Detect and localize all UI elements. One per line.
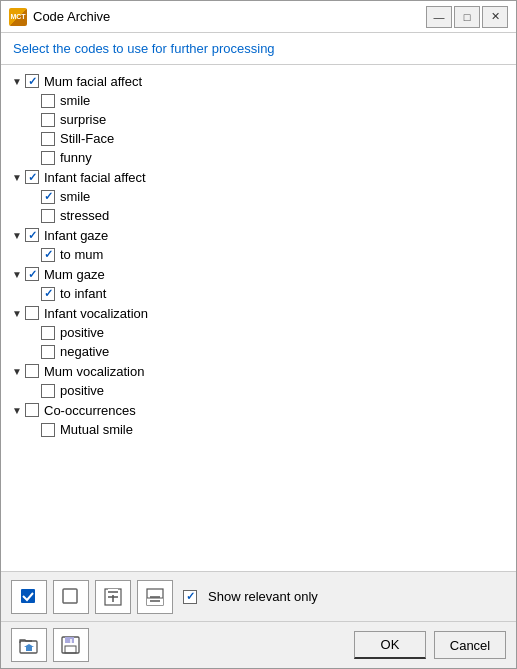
- label-to-infant: to infant: [60, 286, 106, 301]
- tree-group-co-occurrences[interactable]: ▼ Co-occurrences: [9, 400, 516, 420]
- check-all-button[interactable]: [11, 580, 47, 614]
- checkbox-surprise[interactable]: [41, 113, 55, 127]
- label-stressed: stressed: [60, 208, 109, 223]
- check-all-icon: [20, 588, 38, 606]
- code-archive-window: MCT Code Archive — □ ✕ Select the codes …: [0, 0, 517, 669]
- tree-group-infant-gaze[interactable]: ▼ Infant gaze: [9, 225, 516, 245]
- tree-item-surprise[interactable]: surprise: [41, 110, 516, 129]
- checkbox-funny[interactable]: [41, 151, 55, 165]
- tree-item-to-mum[interactable]: to mum: [41, 245, 516, 264]
- label-mum-gaze: Mum gaze: [44, 267, 105, 282]
- label-infant-facial-affect: Infant facial affect: [44, 170, 146, 185]
- checkbox-to-mum[interactable]: [41, 248, 55, 262]
- checkbox-still-face[interactable]: [41, 132, 55, 146]
- checkbox-positive-2[interactable]: [41, 384, 55, 398]
- label-smile-1: smile: [60, 93, 90, 108]
- label-positive-2: positive: [60, 383, 104, 398]
- collapse-all-button[interactable]: [137, 580, 173, 614]
- label-to-mum: to mum: [60, 247, 103, 262]
- tree-item-still-face[interactable]: Still-Face: [41, 129, 516, 148]
- checkbox-to-infant[interactable]: [41, 287, 55, 301]
- label-surprise: surprise: [60, 112, 106, 127]
- checkbox-smile-1[interactable]: [41, 94, 55, 108]
- save-button[interactable]: [53, 628, 89, 662]
- svg-rect-1: [63, 589, 77, 603]
- window-controls: — □ ✕: [426, 6, 508, 28]
- label-mum-vocalization: Mum vocalization: [44, 364, 144, 379]
- label-mum-facial-affect: Mum facial affect: [44, 74, 142, 89]
- tree-item-smile-1[interactable]: smile: [41, 91, 516, 110]
- checkbox-negative[interactable]: [41, 345, 55, 359]
- tree-item-stressed[interactable]: stressed: [41, 206, 516, 225]
- title-bar: MCT Code Archive — □ ✕: [1, 1, 516, 33]
- label-infant-vocalization: Infant vocalization: [44, 306, 148, 321]
- footer-bar: OK Cancel: [1, 622, 516, 668]
- show-relevant-container: Show relevant only: [183, 589, 318, 604]
- expand-all-button[interactable]: [95, 580, 131, 614]
- collapse-mum-vocalization[interactable]: ▼: [9, 363, 25, 379]
- tree-group-mum-facial-affect[interactable]: ▼ Mum facial affect: [9, 71, 516, 91]
- collapse-mum-facial-affect[interactable]: ▼: [9, 73, 25, 89]
- cancel-button[interactable]: Cancel: [434, 631, 506, 659]
- uncheck-all-icon: [62, 588, 80, 606]
- checkbox-mum-facial-affect[interactable]: [25, 74, 39, 88]
- open-button[interactable]: [11, 628, 47, 662]
- bottom-toolbar: Show relevant only: [1, 572, 516, 622]
- label-funny: funny: [60, 150, 92, 165]
- open-icon: [19, 636, 39, 654]
- tree-item-funny[interactable]: funny: [41, 148, 516, 167]
- checkbox-infant-facial-affect[interactable]: [25, 170, 39, 184]
- save-icon: [61, 636, 81, 654]
- ok-button[interactable]: OK: [354, 631, 426, 659]
- checkbox-mum-vocalization[interactable]: [25, 364, 39, 378]
- checkbox-infant-vocalization[interactable]: [25, 306, 39, 320]
- tree-item-to-infant[interactable]: to infant: [41, 284, 516, 303]
- collapse-infant-vocalization[interactable]: ▼: [9, 305, 25, 321]
- checkbox-smile-2[interactable]: [41, 190, 55, 204]
- tree-group-infant-vocalization[interactable]: ▼ Infant vocalization: [9, 303, 516, 323]
- label-positive-1: positive: [60, 325, 104, 340]
- uncheck-all-button[interactable]: [53, 580, 89, 614]
- checkbox-positive-1[interactable]: [41, 326, 55, 340]
- collapse-mum-gaze[interactable]: ▼: [9, 266, 25, 282]
- tree-item-positive-1[interactable]: positive: [41, 323, 516, 342]
- tree-item-positive-2[interactable]: positive: [41, 381, 516, 400]
- svg-rect-15: [65, 637, 74, 643]
- app-icon: MCT: [9, 8, 27, 26]
- maximize-button[interactable]: □: [454, 6, 480, 28]
- tree-group-mum-gaze[interactable]: ▼ Mum gaze: [9, 264, 516, 284]
- label-smile-2: smile: [60, 189, 90, 204]
- collapse-infant-facial-affect[interactable]: ▼: [9, 169, 25, 185]
- code-tree: ▼ Mum facial affect smile surprise Still…: [1, 65, 516, 572]
- checkbox-mutual-smile[interactable]: [41, 423, 55, 437]
- close-button[interactable]: ✕: [482, 6, 508, 28]
- collapse-infant-gaze[interactable]: ▼: [9, 227, 25, 243]
- window-title: Code Archive: [33, 9, 426, 24]
- tree-group-infant-facial-affect[interactable]: ▼ Infant facial affect: [9, 167, 516, 187]
- checkbox-co-occurrences[interactable]: [25, 403, 39, 417]
- collapse-icon: [146, 588, 164, 606]
- svg-rect-13: [26, 647, 32, 651]
- tree-item-smile-2[interactable]: smile: [41, 187, 516, 206]
- footer-left-buttons: [11, 628, 89, 662]
- checkbox-mum-gaze[interactable]: [25, 267, 39, 281]
- label-still-face: Still-Face: [60, 131, 114, 146]
- minimize-button[interactable]: —: [426, 6, 452, 28]
- footer-right-buttons: OK Cancel: [354, 631, 506, 659]
- collapse-co-occurrences[interactable]: ▼: [9, 402, 25, 418]
- label-negative: negative: [60, 344, 109, 359]
- checkbox-show-relevant[interactable]: [183, 590, 197, 604]
- tree-group-mum-vocalization[interactable]: ▼ Mum vocalization: [9, 361, 516, 381]
- tree-item-negative[interactable]: negative: [41, 342, 516, 361]
- label-co-occurrences: Co-occurrences: [44, 403, 136, 418]
- svg-rect-16: [65, 646, 76, 653]
- expand-icon: [104, 588, 122, 606]
- label-mutual-smile: Mutual smile: [60, 422, 133, 437]
- checkbox-infant-gaze[interactable]: [25, 228, 39, 242]
- tree-item-mutual-smile[interactable]: Mutual smile: [41, 420, 516, 439]
- checkbox-stressed[interactable]: [41, 209, 55, 223]
- label-infant-gaze: Infant gaze: [44, 228, 108, 243]
- instruction-text: Select the codes to use for further proc…: [1, 33, 516, 65]
- show-relevant-label: Show relevant only: [208, 589, 318, 604]
